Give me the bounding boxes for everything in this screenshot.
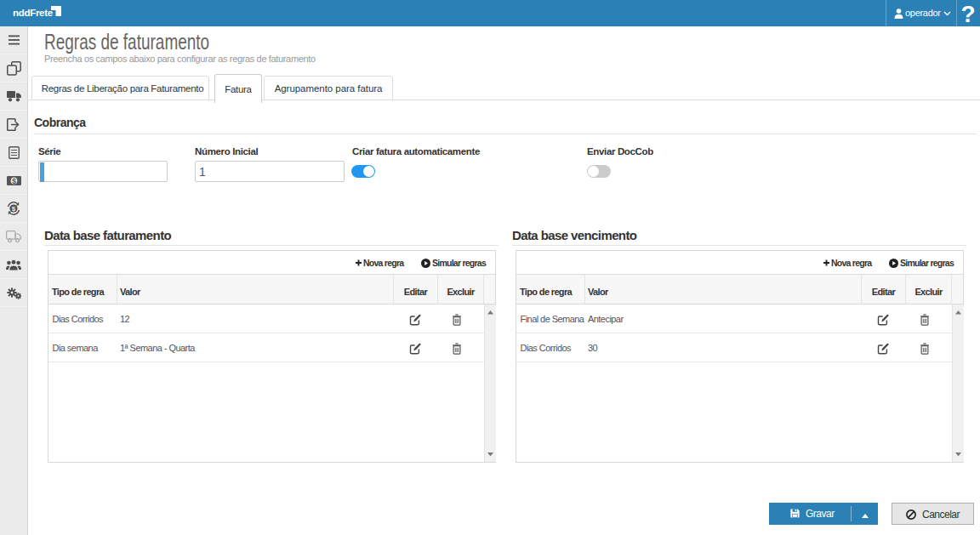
svg-text:$: $: [12, 205, 16, 213]
svg-text:$: $: [12, 176, 16, 185]
